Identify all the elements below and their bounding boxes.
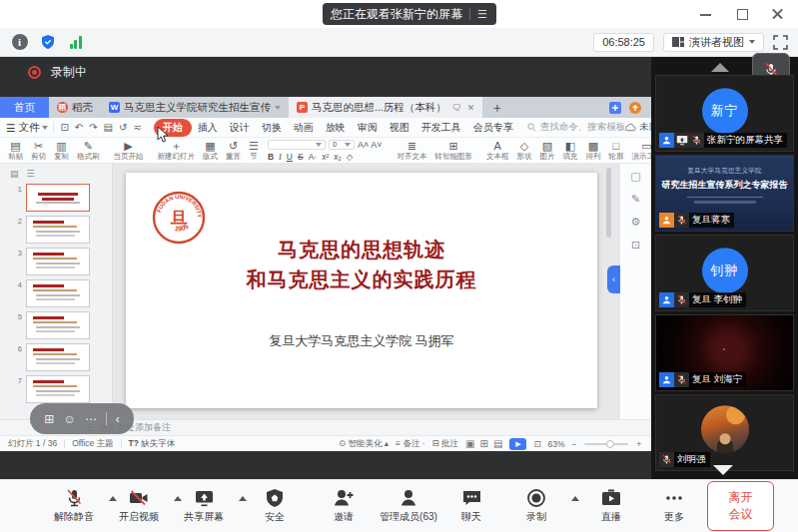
expand-panel-tab[interactable]: ‹ xyxy=(607,266,620,293)
font-size-combo[interactable]: 0 xyxy=(329,140,355,150)
comments-toggle[interactable]: ⊟ 批注 xyxy=(432,438,458,450)
ribbon-格式刷-button[interactable]: ✎格式刷 xyxy=(73,140,104,161)
mic-options-caret[interactable] xyxy=(109,496,117,501)
video-options-caret[interactable] xyxy=(174,496,182,501)
view-switch-icon-1[interactable]: ⊞ xyxy=(480,438,488,449)
ribbon-复制-button[interactable]: ▥复制 xyxy=(50,140,73,161)
ribbon-演示工具-button[interactable]: ▭演示工具 xyxy=(627,140,651,161)
view-switch-icon-0[interactable]: ▣ xyxy=(465,438,474,449)
theme-name[interactable]: Office 主题 xyxy=(72,438,113,450)
slide-thumbnail-7[interactable] xyxy=(26,375,90,403)
ribbon-重置-button[interactable]: ↺重置 xyxy=(222,140,245,161)
record-options-caret[interactable] xyxy=(571,496,579,501)
command-search-box[interactable]: 查找命令、搜索模板 xyxy=(527,121,626,134)
wps-docer-tab[interactable]: 稻 稻壳 xyxy=(49,97,101,118)
collapse-left-icon[interactable]: ‹ xyxy=(116,412,120,426)
format-x²-button[interactable]: x² xyxy=(322,152,329,162)
panel-strip-icon[interactable]: ⊡ xyxy=(631,239,640,252)
collapse-down-icon[interactable] xyxy=(713,465,733,475)
wps-ppt-doc-tab[interactable]: P 马克思的思想...历程（本科） 🗨 ✕ xyxy=(289,97,482,118)
zoom-slider-knob[interactable] xyxy=(606,440,614,448)
slide-thumbnail-3[interactable] xyxy=(26,248,90,275)
menu-tab-放映[interactable]: 放映 xyxy=(320,120,352,136)
wps-home-tab[interactable]: 首页 xyxy=(0,97,49,118)
chat-button[interactable]: 聊天 xyxy=(449,488,493,524)
wps-word-doc-tab[interactable]: W 马克思主义学院研究生招生宣传 xyxy=(101,97,289,118)
notes-toggle[interactable]: ≡ 备注 · xyxy=(396,438,425,450)
maximize-icon[interactable] xyxy=(736,8,748,20)
live-stream-button[interactable]: 直播 xyxy=(589,488,633,524)
slide-thumbnail-5[interactable] xyxy=(26,311,90,339)
meeting-info-icon[interactable]: i xyxy=(10,33,29,52)
view-mode-selector[interactable]: 演讲者视图 xyxy=(663,33,764,52)
apps-grid-icon[interactable]: ⊞ xyxy=(44,412,54,426)
security-shield-icon[interactable] xyxy=(38,33,57,52)
leave-meeting-button[interactable]: 离开会议 xyxy=(707,481,774,531)
participant-tile-dark-camera[interactable]: 复旦 刘海宁 xyxy=(655,314,794,391)
format-x₂-button[interactable]: x₂ xyxy=(334,152,342,162)
ribbon-版式-button[interactable]: ▦版式 xyxy=(199,140,222,161)
zoom-level[interactable]: 63% xyxy=(548,439,565,449)
format-S-button[interactable]: S xyxy=(298,152,304,162)
menu-tab-视图[interactable]: 视图 xyxy=(384,120,415,136)
menu-tab-审阅[interactable]: 审阅 xyxy=(352,120,384,136)
zoom-out-button[interactable]: − xyxy=(572,439,577,449)
slide-thumbnail-2[interactable] xyxy=(26,216,90,244)
menu-tab-会员专享[interactable]: 会员专享 xyxy=(467,120,519,136)
zoom-in-button[interactable]: ＋ xyxy=(635,438,644,450)
share-options-caret[interactable] xyxy=(239,496,247,501)
missing-font-warning[interactable]: T? 缺失字体 xyxy=(129,438,176,450)
start-video-button[interactable]: 开启视频 xyxy=(117,488,161,524)
participant-tile-screen-share[interactable]: 新宁 张新宁的屏幕共享 xyxy=(655,75,794,152)
zoom-slider[interactable] xyxy=(584,443,628,445)
emoji-icon[interactable]: ☺ xyxy=(63,412,75,426)
editor-scrollbar[interactable] xyxy=(606,168,611,238)
quick-access-icon[interactable]: ≂ xyxy=(133,122,141,133)
slide-thumbnail-6[interactable] xyxy=(26,343,90,371)
slideshow-play-button[interactable]: ▶ xyxy=(509,438,526,450)
manage-members-button[interactable]: 管理成员(63) xyxy=(387,488,430,524)
beautify-button[interactable]: ⊙ 智能美化 ▴ xyxy=(339,438,389,450)
upgrade-icon[interactable] xyxy=(629,102,641,114)
quick-access-icon[interactable]: ↷ xyxy=(89,122,97,133)
network-signal-icon[interactable] xyxy=(66,33,85,52)
new-doc-tab-button[interactable]: ＋ xyxy=(482,97,511,118)
quick-access-icon[interactable]: ↺ xyxy=(119,122,127,133)
participant-tile-avatar[interactable]: 钊翀 复旦 李钊翀 xyxy=(655,235,794,311)
format-◇-button[interactable]: ◇ xyxy=(347,152,354,162)
panel-strip-icon[interactable]: ✎ xyxy=(631,193,640,206)
view-switch-icon-2[interactable]: ▤ xyxy=(493,438,502,449)
slide-canvas[interactable]: FUDAN UNIVERSITY 1905 旦 马克思的思想轨迹 和马克思主义的… xyxy=(126,173,597,408)
minimize-icon[interactable] xyxy=(700,8,712,20)
collapse-up-icon[interactable] xyxy=(711,63,729,72)
format-I-button[interactable]: I xyxy=(279,152,282,162)
doc-close-icon[interactable]: ✕ xyxy=(467,103,475,113)
fit-slide-icon[interactable]: ⊡ xyxy=(533,439,540,449)
ribbon-填充-button[interactable]: ◧填充 xyxy=(558,140,581,161)
menu-tab-设计[interactable]: 设计 xyxy=(224,120,256,136)
ribbon-轮廓-button[interactable]: □轮廓 xyxy=(604,140,627,161)
participant-tile-video[interactable]: 复旦大学马克思主义学院 研究生招生宣传系列之专家报告 复旦蒋寒 xyxy=(655,155,794,232)
ribbon-图片-button[interactable]: ▧图片 xyxy=(535,140,558,161)
panel-strip-icon[interactable]: ▢ xyxy=(630,170,640,183)
ribbon-排列-button[interactable]: ▩排列 xyxy=(581,140,604,161)
share-screen-button[interactable]: 共享屏幕 xyxy=(182,488,226,524)
more-button[interactable]: 更多 xyxy=(652,488,696,524)
security-button[interactable]: 安全 xyxy=(253,488,297,524)
slide-thumbnail-1[interactable] xyxy=(26,184,90,212)
ribbon-形状-button[interactable]: ◇形状 xyxy=(512,140,535,161)
ribbon-当页开始-button[interactable]: ▶当页开始 xyxy=(110,140,148,161)
file-menu[interactable]: ☰ 文件 xyxy=(6,121,53,135)
menu-tab-插入[interactable]: 插入 xyxy=(192,120,224,136)
close-icon[interactable] xyxy=(772,8,784,20)
quick-access-icon[interactable]: ⊡ xyxy=(60,122,68,133)
participant-tile-image-avatar[interactable]: 刘明强 xyxy=(655,394,794,471)
record-button[interactable]: 录制 xyxy=(514,488,558,524)
unmute-button[interactable]: 解除静音 xyxy=(52,488,96,524)
ribbon-粘贴-button[interactable]: ▤粘贴 xyxy=(4,140,27,161)
format-B-button[interactable]: B xyxy=(268,152,274,162)
ribbon-剪切-button[interactable]: ✂剪切 xyxy=(27,140,50,161)
ribbon-节-button[interactable]: ☰节 xyxy=(245,140,263,161)
banner-menu-icon[interactable]: ☰ xyxy=(477,8,488,21)
watching-screen-banner[interactable]: 您正在观看张新宁的屏幕 ☰ xyxy=(323,3,496,25)
